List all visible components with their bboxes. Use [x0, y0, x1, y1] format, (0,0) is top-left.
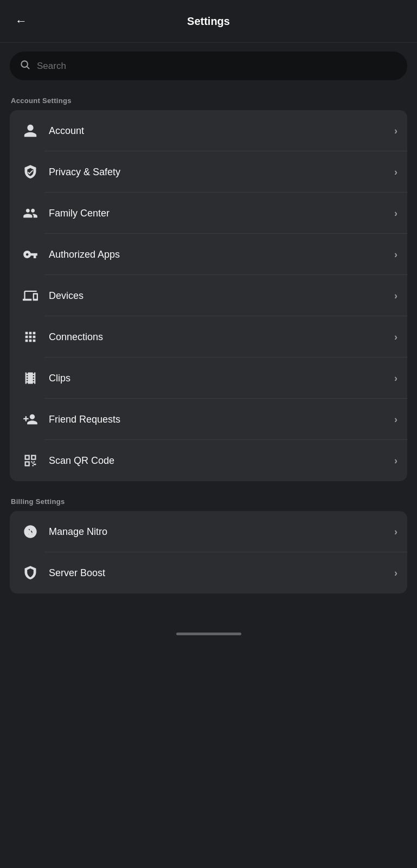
friend-requests-label: Friend Requests	[49, 414, 394, 425]
scan-qr-code-item[interactable]: Scan QR Code ›	[10, 440, 407, 481]
account-settings-group: Account › Privacy & Safety › Family Cent…	[10, 110, 407, 481]
server-boost-item[interactable]: Server Boost ›	[10, 552, 407, 593]
search-container	[0, 43, 417, 89]
manage-nitro-item[interactable]: Manage Nitro ›	[10, 511, 407, 552]
page-title: Settings	[187, 15, 230, 28]
account-chevron: ›	[394, 125, 397, 137]
friend-requests-item[interactable]: Friend Requests ›	[10, 399, 407, 440]
account-item[interactable]: Account ›	[10, 110, 407, 151]
account-icon	[20, 120, 41, 142]
manage-nitro-label: Manage Nitro	[49, 526, 394, 538]
devices-item[interactable]: Devices ›	[10, 275, 407, 316]
header: ← Settings	[0, 0, 417, 43]
devices-label: Devices	[49, 290, 394, 302]
scan-qr-code-label: Scan QR Code	[49, 455, 394, 467]
server-boost-icon	[20, 562, 41, 584]
connections-chevron: ›	[394, 331, 397, 343]
back-button[interactable]: ←	[11, 10, 31, 33]
search-box[interactable]	[10, 52, 407, 80]
connections-icon	[20, 326, 41, 348]
clips-icon	[20, 367, 41, 389]
clips-chevron: ›	[394, 373, 397, 384]
nitro-icon	[20, 521, 41, 542]
authorized-apps-label: Authorized Apps	[49, 249, 394, 260]
clips-label: Clips	[49, 373, 394, 384]
family-center-item[interactable]: Family Center ›	[10, 193, 407, 234]
devices-icon	[20, 285, 41, 307]
search-icon	[20, 59, 30, 73]
clips-item[interactable]: Clips ›	[10, 358, 407, 399]
family-center-chevron: ›	[394, 208, 397, 219]
account-settings-label: Account Settings	[0, 89, 417, 110]
privacy-safety-item[interactable]: Privacy & Safety ›	[10, 151, 407, 193]
connections-label: Connections	[49, 331, 394, 343]
friend-requests-chevron: ›	[394, 414, 397, 425]
scan-qr-code-chevron: ›	[394, 455, 397, 467]
server-boost-chevron: ›	[394, 567, 397, 579]
search-input[interactable]	[37, 61, 397, 72]
privacy-safety-chevron: ›	[394, 167, 397, 178]
friend-requests-icon	[20, 409, 41, 430]
home-indicator	[176, 633, 241, 635]
qr-code-icon	[20, 450, 41, 471]
authorized-apps-chevron: ›	[394, 249, 397, 260]
authorized-apps-icon	[20, 244, 41, 265]
svg-line-1	[27, 67, 29, 69]
account-label: Account	[49, 125, 394, 137]
billing-settings-group: Manage Nitro › Server Boost ›	[10, 511, 407, 593]
server-boost-label: Server Boost	[49, 567, 394, 579]
privacy-safety-icon	[20, 161, 41, 183]
family-center-label: Family Center	[49, 208, 394, 219]
manage-nitro-chevron: ›	[394, 526, 397, 538]
back-arrow-icon: ←	[15, 14, 27, 28]
devices-chevron: ›	[394, 290, 397, 302]
billing-settings-label: Billing Settings	[0, 490, 417, 511]
connections-item[interactable]: Connections ›	[10, 316, 407, 358]
privacy-safety-label: Privacy & Safety	[49, 167, 394, 178]
family-center-icon	[20, 202, 41, 224]
authorized-apps-item[interactable]: Authorized Apps ›	[10, 234, 407, 275]
